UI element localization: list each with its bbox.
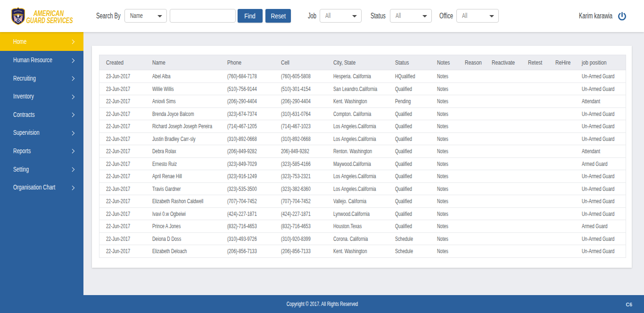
svg-text:GUARD SERVICES: GUARD SERVICES xyxy=(26,16,73,25)
